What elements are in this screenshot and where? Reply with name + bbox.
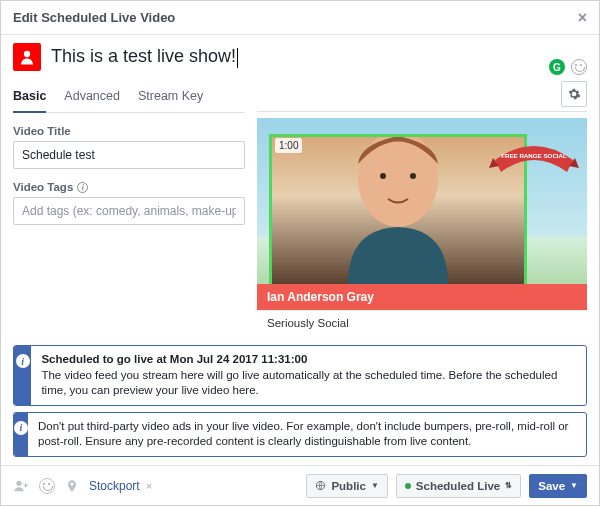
notice-list: i Scheduled to go live at Mon Jul 24 201… — [1, 345, 599, 457]
notice-scheduled: i Scheduled to go live at Mon Jul 24 201… — [13, 345, 587, 406]
grammarly-icon[interactable]: G — [549, 59, 565, 75]
tab-basic[interactable]: Basic — [13, 81, 46, 113]
video-title-input[interactable] — [13, 141, 245, 169]
post-text-value: This is a test live show! — [51, 46, 236, 66]
close-icon[interactable]: × — [578, 9, 587, 27]
tab-stream-key[interactable]: Stream Key — [138, 81, 203, 112]
video-title-label: Video Title — [13, 125, 245, 137]
svg-point-2 — [380, 173, 386, 179]
svg-point-5 — [16, 480, 21, 485]
privacy-label: Public — [331, 480, 366, 492]
globe-icon — [315, 480, 326, 491]
sort-icon: ⇅ — [505, 481, 512, 490]
emoji-picker-icon[interactable] — [571, 59, 587, 75]
status-selector[interactable]: Scheduled Live ⇅ — [396, 474, 521, 498]
status-label: Scheduled Live — [416, 480, 500, 492]
post-text-input[interactable]: This is a test live show! — [51, 46, 587, 67]
settings-panel: Basic Advanced Stream Key Video Title Vi… — [13, 81, 245, 335]
preview-panel: 1:00 FREE RANGE SOCIAL Ian Anderson Gray… — [257, 81, 587, 335]
privacy-selector[interactable]: Public ▼ — [306, 474, 387, 498]
notice-body: The video feed you stream here will go l… — [41, 369, 557, 397]
feeling-icon[interactable] — [39, 478, 55, 494]
banner-graphic: FREE RANGE SOCIAL — [489, 138, 579, 180]
info-icon: i — [14, 421, 28, 435]
settings-tabs: Basic Advanced Stream Key — [13, 81, 245, 113]
text-cursor — [237, 48, 238, 68]
notice-ads-policy: i Don't put third-party video ads in you… — [13, 412, 587, 457]
location-pin-icon[interactable] — [65, 478, 79, 494]
dialog-titlebar: Edit Scheduled Live Video × — [1, 1, 599, 35]
notice-title: Scheduled to go live at Mon Jul 24 2017 … — [41, 353, 307, 365]
time-badge: 1:00 — [275, 138, 302, 153]
tab-advanced[interactable]: Advanced — [64, 81, 120, 112]
chevron-down-icon: ▼ — [570, 481, 578, 490]
svg-point-3 — [410, 173, 416, 179]
save-label: Save — [538, 480, 565, 492]
post-composer: This is a test live show! G — [1, 35, 599, 75]
location-chip[interactable]: Stockport × — [89, 479, 152, 493]
save-button[interactable]: Save ▼ — [529, 474, 587, 498]
video-preview: 1:00 FREE RANGE SOCIAL Ian Anderson Gray… — [257, 118, 587, 335]
lower-third-subtitle: Seriously Social — [257, 310, 587, 335]
video-tags-label: Video Tags i — [13, 181, 245, 193]
lower-third: Ian Anderson Gray Seriously Social — [257, 284, 587, 335]
svg-point-0 — [24, 51, 30, 57]
live-dot-icon — [405, 483, 411, 489]
remove-location-icon[interactable]: × — [146, 480, 152, 492]
chevron-down-icon: ▼ — [371, 481, 379, 490]
avatar — [13, 43, 41, 71]
main-area: Basic Advanced Stream Key Video Title Vi… — [1, 75, 599, 345]
video-tags-input[interactable] — [13, 197, 245, 225]
dialog-footer: Stockport × Public ▼ Scheduled Live ⇅ Sa… — [1, 465, 599, 505]
dialog-edit-scheduled-live: Edit Scheduled Live Video × This is a te… — [0, 0, 600, 506]
tag-person-icon[interactable] — [13, 478, 29, 494]
info-icon[interactable]: i — [77, 182, 88, 193]
notice-body: Don't put third-party video ads in your … — [38, 420, 568, 448]
svg-text:FREE RANGE SOCIAL: FREE RANGE SOCIAL — [501, 152, 567, 159]
dialog-title: Edit Scheduled Live Video — [13, 10, 175, 25]
settings-gear-button[interactable] — [561, 81, 587, 107]
info-icon: i — [16, 354, 30, 368]
location-name: Stockport — [89, 479, 140, 493]
lower-third-name: Ian Anderson Gray — [257, 284, 587, 310]
presenter-figure — [318, 134, 478, 284]
gear-icon — [567, 87, 581, 101]
